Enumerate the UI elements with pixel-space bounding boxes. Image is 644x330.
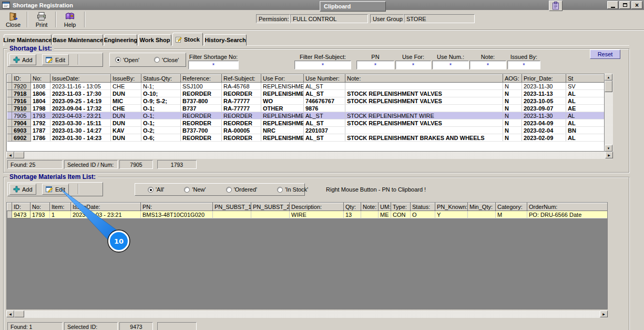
cell[interactable]: KAV — [111, 127, 141, 134]
column-header[interactable]: PN: — [141, 203, 213, 211]
cell[interactable]: RA-77777 — [222, 105, 261, 112]
table-row[interactable]: 791618042023-09-25 - 14:19MICO-9; S-2;B7… — [7, 97, 605, 105]
materials-add-button[interactable]: Add — [9, 184, 36, 195]
cell[interactable]: B737-800 — [181, 97, 222, 105]
cell[interactable]: 2201037 — [304, 127, 345, 134]
cell[interactable]: 2023-09-04 - 17:32 — [50, 105, 111, 112]
cell[interactable]: REORDER — [181, 119, 222, 127]
cell[interactable] — [213, 211, 251, 218]
column-header[interactable]: UM: — [379, 203, 391, 211]
radio-all[interactable]: 'All' — [148, 186, 164, 193]
scroll-down-button[interactable] — [605, 145, 612, 152]
cell[interactable] — [7, 90, 12, 97]
column-header[interactable]: OrderNum: — [527, 203, 608, 211]
cell[interactable] — [7, 134, 12, 142]
restore-button[interactable] — [619, 1, 630, 9]
cell[interactable]: O-1; — [141, 119, 181, 127]
cell[interactable]: 1792 — [31, 119, 50, 127]
column-header[interactable] — [7, 75, 12, 83]
cell[interactable]: N — [503, 119, 522, 127]
cell[interactable]: N — [503, 97, 522, 105]
cell[interactable]: AL_ST — [304, 90, 345, 97]
column-header[interactable]: IssueDate: — [71, 203, 141, 211]
close-window-button[interactable] — [631, 1, 642, 9]
cell[interactable]: O-6; — [141, 134, 181, 142]
cell[interactable]: O — [411, 211, 435, 218]
column-header[interactable]: Reference: — [181, 75, 222, 83]
cell[interactable] — [345, 127, 503, 134]
cell[interactable]: REPLENISHMENT — [261, 119, 304, 127]
cell[interactable]: O-10; — [141, 90, 181, 97]
column-header[interactable]: Qty: — [344, 203, 361, 211]
cell[interactable]: REPLENISHMENT — [261, 134, 304, 142]
cell[interactable]: 1786 — [31, 134, 50, 142]
column-header[interactable]: No: — [30, 203, 50, 211]
radio-instock[interactable]: 'In Stock' — [277, 186, 308, 193]
cell[interactable]: 2023-10-05 — [522, 97, 566, 105]
cell[interactable] — [345, 105, 503, 112]
tab-stock[interactable]: Stock — [172, 33, 203, 46]
cell[interactable]: 2023-01-30 - 14:27 — [50, 127, 111, 134]
help-button[interactable]: Help — [58, 11, 82, 28]
cell[interactable]: STOCK REPLENISHMENT VALVES — [345, 97, 503, 105]
cell[interactable]: 1793 — [30, 211, 50, 218]
column-header[interactable]: PN_SUBST_1: — [213, 203, 251, 211]
cell[interactable]: 7916 — [12, 97, 31, 105]
table-row[interactable]: 790517932023-04-03 - 23:21DUNO-1;REORDER… — [7, 112, 605, 119]
cell[interactable]: REORDER — [181, 134, 222, 142]
cell[interactable]: N-1; — [141, 83, 181, 90]
cell[interactable]: M — [496, 211, 527, 218]
cell[interactable]: REORDER — [181, 112, 222, 119]
tab-engineering[interactable]: Engineering — [104, 34, 137, 46]
cell[interactable]: SSJ100 — [181, 83, 222, 90]
filter-input[interactable] — [395, 61, 431, 69]
column-header[interactable]: Ref-Subject: — [222, 75, 261, 83]
cell[interactable]: REPLENISHMENT — [261, 112, 304, 119]
cell[interactable]: REORDER — [181, 90, 222, 97]
clipboard-window-titlebar[interactable]: Clipboard — [320, 1, 386, 12]
column-header[interactable]: PN_Known: — [435, 203, 468, 211]
cell[interactable]: 1806 — [31, 90, 50, 97]
column-header[interactable]: Status-Qty: — [141, 75, 181, 83]
cell[interactable]: OTHER — [261, 105, 304, 112]
cell[interactable]: DUN — [111, 119, 141, 127]
cell[interactable]: REORDER — [222, 112, 261, 119]
cell[interactable]: O-1; — [141, 112, 181, 119]
print-button[interactable]: Print — [29, 11, 54, 28]
cell[interactable]: RA-77777 — [222, 97, 261, 105]
cell[interactable]: DUN — [111, 90, 141, 97]
shortage-table-vscrollbar[interactable] — [605, 74, 613, 152]
cell[interactable]: BMS13-48T10C01G020 — [141, 211, 213, 218]
cell[interactable]: RA-00005 — [222, 127, 261, 134]
cell[interactable]: 2023-11-13 — [522, 90, 566, 97]
column-header[interactable]: Use For: — [261, 75, 304, 83]
cell[interactable]: REORDER — [222, 134, 261, 142]
cell[interactable]: N — [503, 83, 522, 90]
cell[interactable]: 7904 — [12, 119, 31, 127]
cell[interactable]: 2023-09-07 — [522, 105, 566, 112]
cell[interactable]: 7910 — [12, 105, 31, 112]
cell[interactable]: AL — [566, 90, 605, 97]
hscroll-thumb[interactable] — [14, 311, 24, 317]
cell[interactable]: N — [503, 127, 522, 134]
scroll-right-button[interactable] — [605, 152, 613, 158]
cell[interactable]: 13 — [344, 211, 361, 218]
column-header[interactable]: ID: — [12, 203, 30, 211]
tab-history-search[interactable]: History-Search — [204, 34, 247, 46]
radio-new[interactable]: 'New' — [184, 186, 206, 193]
cell[interactable] — [345, 83, 503, 90]
cell[interactable]: AL — [566, 119, 605, 127]
tab-work-shop[interactable]: Work Shop — [138, 34, 171, 46]
cell[interactable]: DUN — [111, 112, 141, 119]
filter-input[interactable] — [469, 61, 506, 69]
cell[interactable]: DUN — [111, 134, 141, 142]
cell[interactable] — [251, 211, 290, 218]
cell[interactable]: 2023-04-09 — [522, 119, 566, 127]
cell[interactable]: REORDER — [222, 90, 261, 97]
clipboard-button[interactable] — [549, 1, 563, 11]
cell[interactable]: 9876 — [304, 105, 345, 112]
scroll-left-button[interactable] — [6, 152, 14, 158]
filter-input[interactable] — [188, 61, 239, 69]
cell[interactable] — [361, 211, 379, 218]
cell[interactable] — [7, 97, 12, 105]
